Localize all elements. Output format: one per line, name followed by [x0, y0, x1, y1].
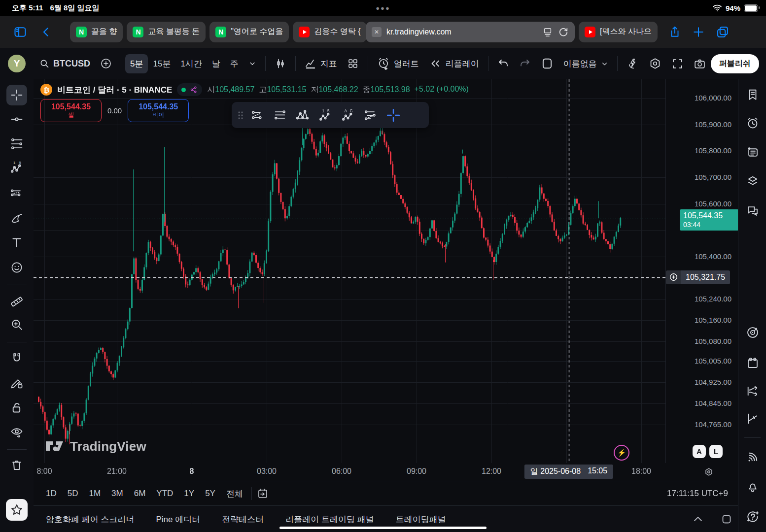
- broadcast-icon[interactable]: [746, 450, 760, 464]
- range-button[interactable]: 5D: [62, 486, 84, 501]
- bottom-tab[interactable]: Pine 에디터: [156, 514, 200, 525]
- text-tool[interactable]: [10, 236, 23, 249]
- emoji-tool[interactable]: [10, 261, 24, 274]
- notifications-bell-icon[interactable]: [746, 480, 759, 493]
- range-button[interactable]: 5Y: [200, 486, 221, 501]
- undo-icon[interactable]: [492, 54, 514, 73]
- quick-search-icon[interactable]: [622, 54, 644, 74]
- replay-button[interactable]: 리플레이: [424, 53, 484, 74]
- candlestick-canvas[interactable]: [34, 79, 665, 463]
- range-button[interactable]: 6M: [129, 486, 151, 501]
- interval-button[interactable]: 날: [207, 54, 225, 73]
- favorites-star-button[interactable]: [6, 499, 28, 521]
- range-button[interactable]: 1M: [83, 486, 106, 501]
- interval-button[interactable]: 주: [225, 54, 244, 73]
- panel-maximize-icon[interactable]: [721, 513, 732, 525]
- fib-retracement-tool[interactable]: [10, 137, 24, 151]
- indicators-button[interactable]: 지표: [300, 54, 342, 73]
- exchange-clock[interactable]: 17:11:15 UTC+9: [667, 489, 728, 499]
- help-icon[interactable]: [745, 510, 760, 524]
- chat-icon[interactable]: [746, 204, 759, 218]
- avatar[interactable]: Y: [8, 55, 26, 72]
- crosshair-pointer-icon[interactable]: [383, 104, 404, 126]
- range-button[interactable]: 1Y: [178, 486, 200, 501]
- auto-scale-button[interactable]: A: [693, 445, 706, 458]
- range-button[interactable]: 3M: [106, 486, 129, 501]
- trading-panel-icon[interactable]: [746, 412, 760, 426]
- layout-name-button[interactable]: 이름없음: [558, 54, 613, 73]
- elliott-wave-tool[interactable]: 15: [10, 161, 24, 175]
- reload-icon[interactable]: [558, 27, 569, 37]
- alert-button[interactable]: 얼러트: [372, 53, 424, 74]
- time-axis[interactable]: 8:0021:00803:0006:0009:0012:0018:00 일 20…: [34, 463, 738, 481]
- news-icon[interactable]: [746, 146, 759, 159]
- object-tree-icon[interactable]: [746, 174, 760, 188]
- chart-pane[interactable]: ₿ 비트코인 / 달러 · 5 · BINANCE 시105,489.57 고1…: [34, 79, 665, 463]
- symbol-title[interactable]: 비트코인 / 달러 · 5 · BINANCE: [57, 84, 172, 96]
- tabs-overview-icon[interactable]: [716, 25, 730, 39]
- abc-pattern-tool-icon[interactable]: AC: [337, 104, 359, 126]
- browser-tab[interactable]: N"영어로 수업을: [209, 22, 289, 42]
- panel-expand-up-icon[interactable]: [692, 513, 704, 525]
- alerts-clock-icon[interactable]: [746, 117, 759, 130]
- interval-button[interactable]: 5분: [125, 54, 148, 73]
- xabcd-pattern-tool-icon[interactable]: [292, 104, 313, 126]
- ideas-streams-icon[interactable]: [746, 384, 760, 398]
- bottom-tab[interactable]: 전략테스터: [222, 514, 264, 525]
- new-tab-icon[interactable]: [692, 26, 705, 38]
- zoom-in-tool[interactable]: [10, 318, 24, 332]
- lock-drawings-tool[interactable]: [10, 401, 24, 415]
- reader-icon[interactable]: [542, 27, 553, 37]
- projection-tool-icon[interactable]: [360, 104, 382, 126]
- interval-button[interactable]: 15분: [148, 54, 175, 73]
- bottom-tab[interactable]: 트레이딩패널: [396, 514, 446, 525]
- range-button[interactable]: 1D: [40, 486, 62, 501]
- elliott-wave-tool-icon[interactable]: 15: [314, 104, 336, 126]
- publish-button[interactable]: 퍼블리쉬: [711, 54, 759, 73]
- floating-draw-toolbar[interactable]: 15 AC: [232, 102, 429, 128]
- back-icon[interactable]: [40, 26, 52, 38]
- chart-style-icon[interactable]: [270, 54, 291, 73]
- axis-settings-icon[interactable]: [703, 466, 714, 477]
- multi-line-tool-icon[interactable]: [246, 104, 268, 126]
- range-button[interactable]: 전체: [221, 485, 248, 502]
- browser-tab[interactable]: [덱스와 사나으: [579, 22, 658, 42]
- address-bar[interactable]: ✕ kr.tradingview.com: [366, 22, 575, 42]
- crosshair-price-badge[interactable]: 105,321.75: [666, 270, 730, 284]
- browser-tab[interactable]: N끝을 향: [70, 22, 123, 42]
- url-text[interactable]: kr.tradingview.com: [386, 28, 537, 36]
- layout-save-icon[interactable]: [536, 53, 558, 74]
- price-axis[interactable]: 106,000.00105,900.00105,800.00105,700.00…: [665, 79, 738, 463]
- goto-date-icon[interactable]: [251, 487, 274, 500]
- hide-drawings-tool[interactable]: [10, 425, 24, 439]
- interval-button[interactable]: 1시간: [175, 54, 207, 73]
- browser-tab[interactable]: N교육 불평등 돈: [127, 22, 206, 42]
- drag-handle-icon[interactable]: [236, 104, 245, 126]
- home-indicator[interactable]: [279, 527, 487, 529]
- compare-add-icon[interactable]: [95, 54, 117, 73]
- brush-tool[interactable]: [10, 211, 24, 225]
- redo-icon[interactable]: [514, 54, 536, 73]
- log-scale-button[interactable]: L: [709, 445, 723, 458]
- watchlist-icon[interactable]: [746, 88, 759, 101]
- boost-icon[interactable]: ⚡: [614, 445, 629, 461]
- measure-tool[interactable]: [10, 293, 24, 307]
- sell-button[interactable]: 105,544.35 셀: [40, 99, 102, 122]
- crosshair-tool[interactable]: [6, 85, 27, 105]
- interval-chevron-icon[interactable]: [244, 56, 261, 71]
- sidebar-toggle-icon[interactable]: [13, 25, 28, 39]
- share-icon[interactable]: [668, 25, 681, 39]
- bottom-tab[interactable]: 리플레이 트레이딩 패널: [285, 514, 374, 525]
- layout-grid-icon[interactable]: [342, 54, 364, 73]
- remove-drawings-tool[interactable]: [10, 459, 24, 472]
- screenshot-icon[interactable]: [689, 54, 706, 74]
- fullscreen-icon[interactable]: [666, 54, 689, 74]
- range-button[interactable]: YTD: [151, 486, 178, 501]
- horizontal-lines-tool-icon[interactable]: [269, 104, 291, 126]
- magnet-tool[interactable]: [10, 352, 24, 365]
- bottom-tab[interactable]: 암호화폐 페어 스크리너: [46, 514, 134, 525]
- trend-line-tool[interactable]: [10, 112, 24, 126]
- browser-tab[interactable]: 김응수 영탁 {: [293, 22, 366, 42]
- screener-radar-icon[interactable]: [746, 326, 760, 339]
- calendar-icon[interactable]: [746, 357, 759, 370]
